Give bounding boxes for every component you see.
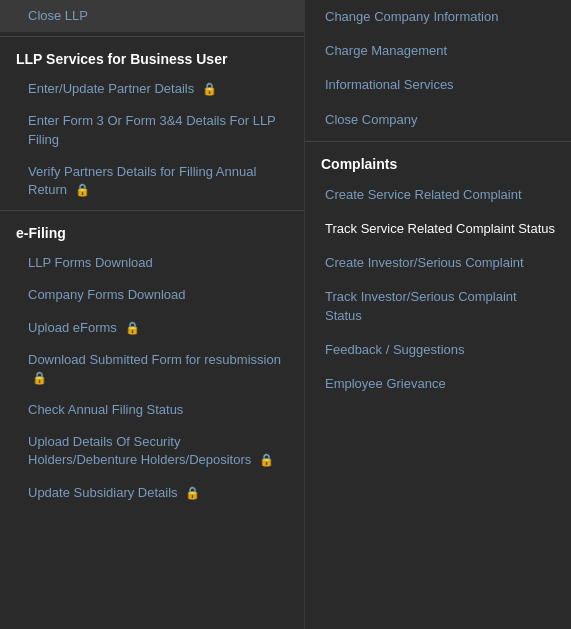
complaints-section-header: Complaints [305,146,571,178]
right-item-label: Informational Services [325,77,454,92]
llp-section-header: LLP Services for Business User [0,41,304,73]
llp-item-label: Enter Form 3 Or Form 3&4 Details For LLP… [28,113,276,146]
efiling-item-label: Upload Details Of Security Holders/Deben… [28,434,251,467]
right-item-label: Close Company [325,112,418,127]
efiling-section-header: e-Filing [0,215,304,247]
efiling-item-llp-forms[interactable]: LLP Forms Download [0,247,304,279]
right-divider [305,141,571,142]
efiling-item-label: Update Subsidiary Details [28,485,178,500]
right-item-charge-management[interactable]: Charge Management [305,34,571,68]
left-panel: Close LLP LLP Services for Business User… [0,0,305,629]
lock-icon: 🔒 [32,371,47,385]
efiling-item-label: Upload eForms [28,320,117,335]
lock-icon: 🔒 [125,321,140,335]
efiling-item-upload-security[interactable]: Upload Details Of Security Holders/Deben… [0,426,304,476]
llp-item-form3[interactable]: Enter Form 3 Or Form 3&4 Details For LLP… [0,105,304,155]
efiling-item-upload-eforms[interactable]: Upload eForms 🔒 [0,312,304,344]
right-item-feedback[interactable]: Feedback / Suggestions [305,333,571,367]
efiling-item-label: Company Forms Download [28,287,186,302]
llp-item-enter-update-partner[interactable]: Enter/Update Partner Details 🔒 [0,73,304,105]
right-item-track-service-complaint[interactable]: Track Service Related Complaint Status [305,212,571,246]
right-item-label: Feedback / Suggestions [325,342,464,357]
llp-item-label: Enter/Update Partner Details [28,81,194,96]
close-llp-item[interactable]: Close LLP [0,0,304,32]
right-item-employee-grievance[interactable]: Employee Grievance [305,367,571,401]
right-item-create-service-complaint[interactable]: Create Service Related Complaint [305,178,571,212]
efiling-item-company-forms[interactable]: Company Forms Download [0,279,304,311]
right-item-label: Track Investor/Serious Complaint Status [325,289,517,322]
efiling-item-label: LLP Forms Download [28,255,153,270]
efiling-item-label: Download Submitted Form for resubmission [28,352,281,367]
lock-icon: 🔒 [185,486,200,500]
lock-icon: 🔒 [259,453,274,467]
llp-item-label: Verify Partners Details for Filling Annu… [28,164,256,197]
divider-1 [0,36,304,37]
divider-2 [0,210,304,211]
right-item-track-investor-complaint[interactable]: Track Investor/Serious Complaint Status [305,280,571,332]
right-item-label: Employee Grievance [325,376,446,391]
right-item-label: Charge Management [325,43,447,58]
efiling-item-check-annual[interactable]: Check Annual Filing Status [0,394,304,426]
right-item-close-company[interactable]: Close Company [305,103,571,137]
lock-icon: 🔒 [75,183,90,197]
right-item-informational[interactable]: Informational Services [305,68,571,102]
right-item-label: Change Company Information [325,9,498,24]
right-item-label: Create Service Related Complaint [325,187,522,202]
right-item-create-investor-complaint[interactable]: Create Investor/Serious Complaint [305,246,571,280]
efiling-item-label: Check Annual Filing Status [28,402,183,417]
llp-item-verify-partners[interactable]: Verify Partners Details for Filling Annu… [0,156,304,206]
lock-icon: 🔒 [202,82,217,96]
right-item-label: Create Investor/Serious Complaint [325,255,524,270]
efiling-item-download-submitted[interactable]: Download Submitted Form for resubmission… [0,344,304,394]
right-panel: Change Company Information Charge Manage… [305,0,571,629]
right-item-label: Track Service Related Complaint Status [325,221,555,236]
efiling-item-update-subsidiary[interactable]: Update Subsidiary Details 🔒 [0,477,304,509]
right-item-change-company[interactable]: Change Company Information [305,0,571,34]
